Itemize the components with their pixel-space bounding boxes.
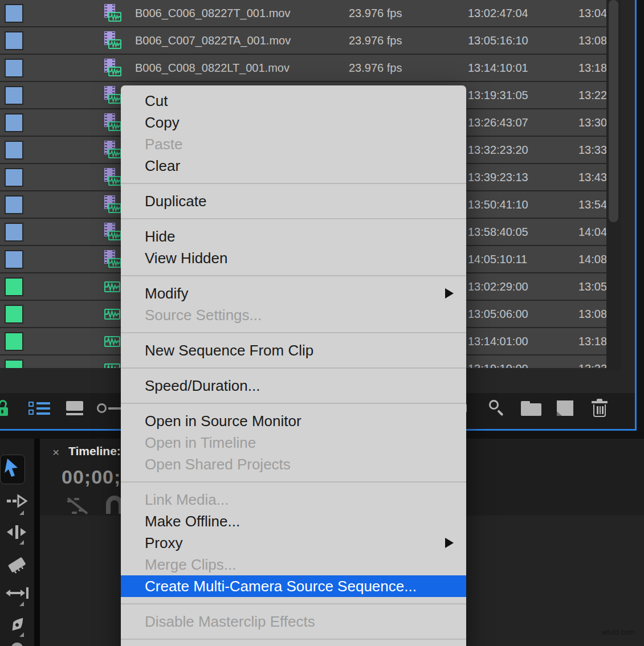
av-clip-icon (104, 141, 121, 160)
label-color-swatch[interactable] (5, 59, 23, 77)
label-color-swatch[interactable] (5, 141, 23, 160)
label-color-swatch[interactable] (5, 332, 23, 351)
menu-item-open-in-source-monitor[interactable]: Open in Source Monitor (121, 410, 466, 432)
menu-item-open-shared-projects: Open Shared Projects (121, 453, 466, 475)
av-clip-icon (104, 86, 121, 105)
hand-tool[interactable] (0, 640, 34, 646)
menu-item-view-hidden[interactable]: View Hidden (121, 247, 466, 269)
clip-name[interactable]: B006_C006_08227T_001.mov (135, 7, 290, 20)
menu-item-new-sequence-from-clip[interactable]: New Sequence From Clip (121, 340, 466, 361)
menu-separator (121, 367, 466, 369)
label-color-swatch[interactable] (5, 31, 23, 50)
clip-frame-rate: 23.976 fps (349, 7, 402, 20)
menu-item-label: Copy (145, 114, 180, 131)
menu-item-create-multi-camera-source-sequence[interactable]: Create Multi-Camera Source Sequence... (121, 575, 466, 597)
menu-item-label: Make Offline... (145, 513, 240, 530)
clip-name[interactable]: B006_C007_0822TA_001.mov (135, 34, 291, 47)
label-color-swatch[interactable] (5, 195, 23, 214)
label-color-swatch[interactable] (5, 168, 23, 187)
menu-item-cut[interactable]: Cut (121, 90, 466, 112)
delete-icon[interactable] (592, 399, 609, 418)
scrollbar-thumb[interactable] (609, 0, 618, 222)
label-color-swatch[interactable] (5, 86, 23, 105)
watermark: wtvid.com (602, 628, 635, 636)
selection-tool[interactable] (0, 455, 25, 484)
menu-item-copy[interactable]: Copy (121, 112, 466, 133)
vertical-scrollbar[interactable] (606, 0, 621, 370)
menu-item-label: Merge Clips... (145, 556, 236, 573)
menu-separator (121, 603, 466, 604)
close-icon[interactable]: × (52, 445, 59, 459)
menu-item-label: View Hidden (145, 250, 228, 267)
clip-media-start: 13:19:10:00 (468, 362, 528, 368)
clip-row[interactable]: B006_C008_0822LT_001.mov23.976 fps13:14:… (0, 55, 606, 81)
track-select-forward-tool[interactable] (0, 493, 34, 512)
new-bin-icon[interactable] (521, 401, 543, 417)
menu-item-label: Proxy (145, 534, 182, 551)
menu-item-hide[interactable]: Hide (121, 226, 466, 247)
menu-item-merge-clips: Merge Clips... (121, 554, 466, 575)
icon-view-icon[interactable] (66, 401, 84, 416)
submenu-arrow-icon (445, 288, 454, 299)
label-color-swatch[interactable] (5, 223, 23, 242)
menu-item-paste: Paste (121, 133, 466, 155)
tool-flyout-indicator (19, 602, 24, 606)
clip-name[interactable]: B006_C008_0822LT_001.mov (135, 62, 290, 75)
menu-item-label: Cut (145, 92, 168, 109)
menu-item-make-offline[interactable]: Make Offline... (121, 510, 466, 532)
av-clip-icon (104, 250, 121, 269)
clip-media-start: 13:14:10:01 (468, 62, 528, 75)
clip-media-end: 13:43 (578, 171, 606, 184)
av-clip-icon (104, 59, 121, 77)
label-color-swatch[interactable] (5, 359, 23, 368)
clip-row[interactable]: B006_C006_08227T_001.mov23.976 fps13:02:… (0, 0, 606, 26)
clip-media-end: 14:08 (578, 253, 606, 266)
menu-item-label: Open Shared Projects (145, 456, 291, 473)
menu-separator (121, 332, 466, 333)
menu-item-label: Duplicate (145, 193, 206, 210)
label-color-swatch[interactable] (5, 4, 23, 23)
av-clip-icon (104, 4, 121, 23)
label-color-swatch[interactable] (5, 113, 23, 132)
menu-item-clear[interactable]: Clear (121, 155, 466, 177)
menu-separator (121, 403, 466, 404)
panel-gap[interactable] (34, 439, 40, 646)
menu-item-label: Source Settings... (145, 306, 262, 324)
pen-tool[interactable] (0, 614, 34, 638)
clip-media-end: 13:08 (578, 34, 606, 47)
menu-item-modify[interactable]: Modify (121, 283, 466, 304)
clip-media-start: 13:50:41:10 (468, 198, 528, 211)
menu-item-proxy[interactable]: Proxy (121, 532, 466, 554)
label-color-swatch[interactable] (5, 277, 23, 296)
ripple-edit-tool[interactable] (0, 523, 34, 543)
av-clip-icon (104, 113, 121, 132)
list-view-icon[interactable] (28, 401, 51, 417)
clip-media-start: 13:14:01:00 (468, 335, 528, 348)
clip-media-start: 13:32:23:20 (468, 144, 528, 157)
linked-selection-icon[interactable] (66, 497, 87, 516)
slip-tool[interactable] (0, 584, 34, 604)
clip-media-start: 13:26:43:07 (468, 116, 528, 129)
menu-item-disable-masterclip-effects: Disable Masterclip Effects (121, 611, 466, 632)
selection-arrow-icon (1, 455, 23, 483)
clip-media-end: 13:30 (578, 116, 606, 129)
search-icon[interactable] (489, 400, 507, 417)
menu-item-speed-duration[interactable]: Speed/Duration... (121, 375, 466, 396)
av-clip-icon (104, 195, 121, 214)
timeline-timecode[interactable]: 00;00;0 (62, 466, 121, 488)
menu-item-duplicate[interactable]: Duplicate (121, 190, 466, 212)
premiere-workspace: B006_C006_08227T_001.mov23.976 fps13:02:… (0, 0, 644, 646)
razor-tool[interactable] (0, 554, 34, 579)
av-clip-icon (104, 223, 121, 242)
menu-item-label: Open in Timeline (145, 434, 256, 451)
lock-open-icon[interactable] (0, 400, 11, 417)
menu-item-label: New Sequence From Clip (145, 342, 313, 359)
label-color-swatch[interactable] (5, 250, 23, 269)
tool-flyout-indicator (19, 632, 24, 637)
menu-item-label: Create Multi-Camera Source Sequence... (145, 578, 417, 595)
new-item-icon[interactable] (557, 400, 574, 417)
label-color-swatch[interactable] (5, 305, 23, 324)
menu-item-label: Modify (145, 285, 189, 302)
clip-row[interactable]: B006_C007_0822TA_001.mov23.976 fps13:05:… (0, 27, 606, 54)
menu-item-link-media: Link Media... (121, 489, 466, 510)
